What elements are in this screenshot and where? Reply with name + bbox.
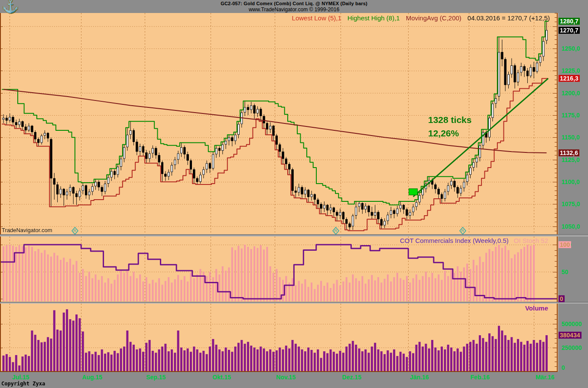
trade-annotation: 1328 ticks 12,26%: [428, 113, 471, 140]
price-tick-label: 1250,0: [562, 45, 580, 52]
month-axis-label: Nov.15: [276, 374, 296, 381]
volume-tick-label: 0: [562, 364, 565, 371]
price-tick-label: 1075,0: [562, 200, 580, 207]
anchor-logo-icon: ⚓: [2, 0, 19, 14]
volume-panel-label[interactable]: Volume: [525, 304, 548, 312]
cot-badge: 100: [559, 241, 571, 248]
price-tick-label: 1200,0: [562, 90, 580, 97]
legend-date-value: 04.03.2016 = 1270,7 (+12,5): [468, 14, 550, 22]
price-tick-label: 1050,0: [562, 223, 580, 230]
price-badge: 1270,7: [559, 27, 580, 34]
price-tick-label: 1150,0: [562, 134, 580, 141]
price-badge: 1132,6: [559, 149, 579, 156]
month-axis-label: Aug.15: [82, 374, 103, 381]
legend-cot-commercials-index[interactable]: COT Commercials Index (Weekly,0.5): [400, 237, 509, 244]
month-axis-label: Sep.15: [146, 374, 166, 381]
chart-title: GC2-057: Gold Comex (Comb) Cont Liq. @ N…: [0, 0, 588, 6]
price-badge: 1216,3: [559, 75, 580, 82]
title-bar: ⚓ GC2-057: Gold Comex (Comb) Cont Liq. @…: [0, 0, 588, 13]
cot-badge: 0: [559, 295, 565, 302]
price-tick-label: 1225,0: [562, 67, 580, 74]
month-axis-label: Okt.15: [213, 374, 231, 381]
indicator-legend: Lowest Low (5),1 Highest High (8),1 Movi…: [292, 14, 550, 22]
price-tick-label: 1175,0: [562, 112, 580, 119]
month-axis-label: Mär.16: [536, 374, 555, 381]
price-badge: 1280,7: [559, 18, 580, 25]
watermark-label: TradeNavigator.com: [2, 227, 52, 233]
chart-subtitle: www.TradeNavigator.com © 1999-2016: [0, 6, 588, 13]
month-axis-label: Dez.15: [342, 374, 361, 381]
trade-navigator-window: ⚓ GC2-057: Gold Comex (Comb) Cont Liq. @…: [0, 0, 588, 388]
panel-splitter-bottom[interactable]: [0, 302, 588, 304]
chart-canvas[interactable]: [0, 0, 588, 388]
legend-highest-high[interactable]: Highest High (8),1: [348, 14, 400, 22]
month-axis-label: Feb.16: [471, 374, 490, 381]
volume-tick-label: 250000: [562, 344, 582, 351]
volume-tick-label: 500000: [562, 320, 582, 327]
price-tick-label: 1100,0: [562, 178, 580, 185]
copyright-label: Copyright Zyxa: [1, 381, 45, 387]
panel-splitter-top[interactable]: [0, 234, 588, 236]
price-tick-label: 1125,0: [562, 156, 580, 163]
cot-panel-legend: COT Commercials Index (Weekly,0.5) OI St…: [400, 237, 548, 244]
month-axis-label: Jän.16: [410, 374, 429, 381]
legend-oi-stoch[interactable]: OI Stoch 52: [514, 237, 548, 244]
volume-badge: 380434: [559, 332, 582, 339]
cot-tick-label: 50: [562, 268, 569, 275]
legend-lowest-low[interactable]: Lowest Low (5),1: [292, 14, 341, 22]
legend-moving-avg[interactable]: MovingAvg (C,200): [406, 14, 461, 22]
annotation-percent: 12,26%: [428, 126, 471, 140]
month-axis-label: Jul.15: [12, 374, 29, 381]
annotation-ticks: 1328 ticks: [428, 113, 471, 126]
